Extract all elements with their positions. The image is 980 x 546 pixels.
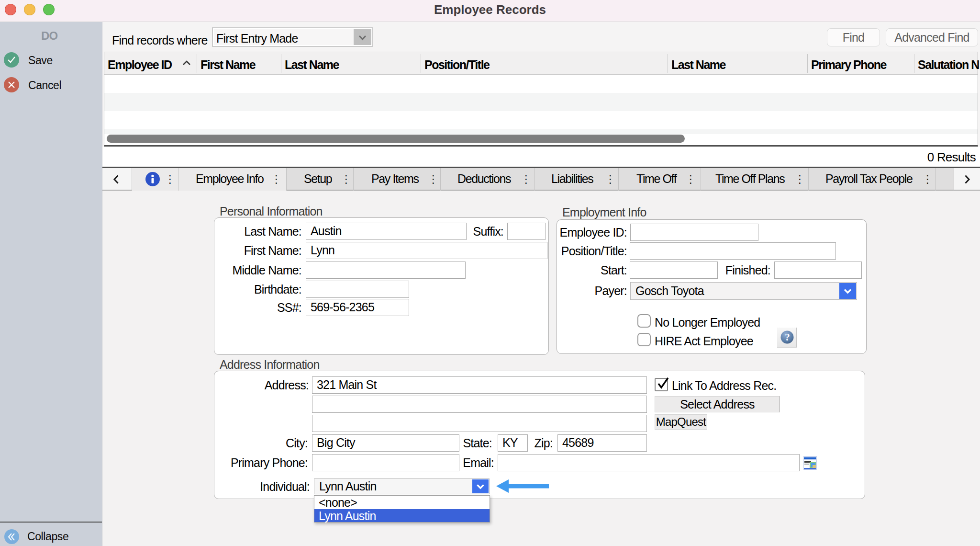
- svg-text:?: ?: [785, 331, 790, 343]
